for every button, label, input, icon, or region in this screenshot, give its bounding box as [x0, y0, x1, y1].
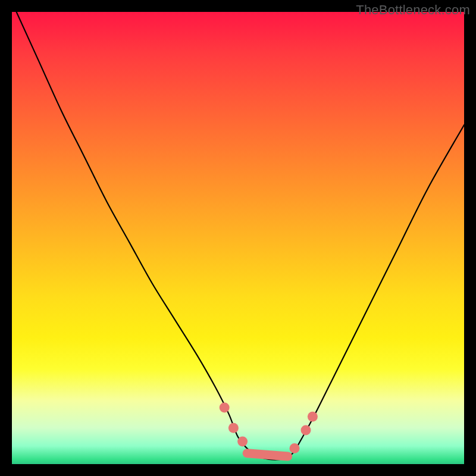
curve-marker [228, 423, 239, 433]
valley-highlight [247, 453, 287, 456]
plot-area [12, 12, 464, 464]
watermark-text: TheBottleneck.com [356, 2, 470, 18]
bottleneck-curve [17, 12, 464, 460]
curve-marker [290, 443, 300, 453]
curve-marker [237, 437, 248, 447]
curve-marker [220, 403, 230, 413]
curve-svg [12, 12, 464, 464]
chart-frame: TheBottleneck.com [0, 0, 476, 476]
curve-marker [301, 425, 311, 436]
curve-marker [308, 412, 318, 422]
marker-group [220, 403, 318, 457]
